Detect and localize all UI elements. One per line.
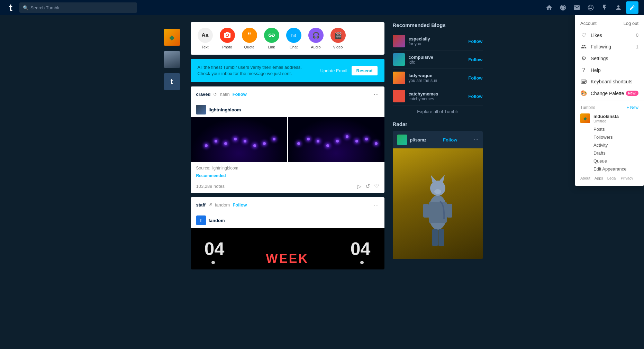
tumblr-blog-item[interactable]: ◆ mduokinsta Untitled bbox=[575, 111, 644, 125]
new-tumblr-link[interactable]: + New bbox=[627, 105, 638, 110]
palette-icon: 🎨 bbox=[580, 90, 587, 97]
post-notes-1: 103,289 notes bbox=[196, 184, 225, 189]
post-author-1[interactable]: craved bbox=[196, 92, 211, 97]
tumblr-sub-items: Posts Followers Activity Drafts Queue Ed… bbox=[575, 125, 644, 173]
avatar-photo[interactable] bbox=[164, 51, 180, 68]
home-icon[interactable] bbox=[543, 1, 555, 14]
search-bar[interactable]: 🔍 bbox=[19, 2, 137, 13]
update-email-link[interactable]: Update Email bbox=[320, 68, 347, 73]
dropdown-following-left: Following bbox=[580, 44, 611, 49]
sub-item-activity[interactable]: Activity bbox=[593, 141, 644, 149]
sub-item-queue[interactable]: Queue bbox=[593, 157, 644, 165]
logout-link[interactable]: Log out bbox=[624, 21, 638, 26]
dropdown-keyboard-shortcuts[interactable]: Keyboard shortcuts bbox=[575, 76, 644, 87]
blog-info-lady-vogue: lady-vogue you are the sun bbox=[409, 73, 465, 83]
avatar-gradient[interactable] bbox=[164, 29, 180, 46]
post-type-photo-label: Photo bbox=[222, 45, 232, 49]
post-type-link[interactable]: Link bbox=[264, 28, 279, 49]
dropdown-following[interactable]: Following 1 bbox=[575, 41, 644, 52]
svg-rect-16 bbox=[583, 81, 584, 82]
post-author-2[interactable]: staff bbox=[196, 202, 206, 208]
post-follow-button-2[interactable]: Follow bbox=[233, 202, 247, 208]
avatar-t-blog[interactable]: t bbox=[164, 73, 180, 90]
account-link[interactable]: Account bbox=[580, 21, 597, 26]
video-num-right: 04 bbox=[351, 238, 371, 259]
post-reblog-from-2[interactable]: fandom bbox=[215, 202, 230, 208]
main-layout: t Aa Text Photo " Quote bbox=[0, 15, 644, 349]
dropdown-likes[interactable]: ♡ Likes 0 bbox=[575, 29, 644, 41]
compose-button[interactable] bbox=[626, 1, 638, 14]
footer-about[interactable]: About bbox=[580, 176, 590, 180]
footer-legal[interactable]: Legal bbox=[607, 176, 617, 180]
reblogger-name-2[interactable]: fandom bbox=[209, 218, 225, 223]
post-type-text[interactable]: Aa Text bbox=[198, 28, 213, 49]
tumblr-logo[interactable] bbox=[6, 2, 17, 13]
face-icon[interactable] bbox=[584, 1, 597, 14]
post-share-button[interactable]: ▷ bbox=[357, 183, 361, 190]
post-type-text-label: Text bbox=[201, 45, 208, 49]
blog-info-especially: especially for you bbox=[409, 36, 465, 46]
radar-follow-button[interactable]: Follow bbox=[443, 137, 457, 143]
sub-item-posts[interactable]: Posts bbox=[593, 125, 644, 133]
dropdown-header: Account Log out bbox=[575, 18, 644, 29]
reblogger-name-1[interactable]: lightningbloom bbox=[209, 107, 241, 112]
mail-icon[interactable] bbox=[571, 1, 583, 14]
footer-privacy[interactable]: Privacy bbox=[621, 176, 633, 180]
sub-item-followers[interactable]: Followers bbox=[593, 133, 644, 141]
post-reblog-from-1[interactable]: hatin bbox=[220, 92, 229, 97]
post-type-video[interactable]: 🎬 Video bbox=[330, 28, 346, 49]
post-type-chat-label: Chat bbox=[290, 45, 298, 49]
explore-all-link[interactable]: Explore all of Tumblr bbox=[393, 109, 483, 114]
post-type-quote[interactable]: " Quote bbox=[242, 28, 257, 49]
post-menu-1[interactable]: ··· bbox=[373, 91, 379, 98]
post-type-video-label: Video bbox=[333, 45, 343, 49]
email-verify-text: All the finest Tumblr users verify their… bbox=[198, 64, 315, 77]
post-video-preview[interactable]: 04 04 WEEK bbox=[191, 228, 384, 269]
footer-apps[interactable]: Apps bbox=[595, 176, 603, 180]
tumblr-blog-name: mduokinsta bbox=[593, 114, 638, 119]
svg-rect-8 bbox=[423, 204, 429, 218]
post-type-photo[interactable]: Photo bbox=[220, 28, 235, 49]
post-type-audio[interactable]: 🎧 Audio bbox=[308, 28, 324, 49]
svg-rect-18 bbox=[585, 81, 586, 82]
dropdown-help[interactable]: ? Help bbox=[575, 64, 644, 76]
search-input[interactable] bbox=[30, 5, 134, 10]
radar-menu[interactable]: ··· bbox=[474, 137, 478, 143]
sub-item-edit-appearance[interactable]: Edit Appearance bbox=[593, 165, 644, 173]
sub-item-drafts[interactable]: Drafts bbox=[593, 149, 644, 157]
follow-button-especially[interactable]: Follow bbox=[468, 39, 482, 44]
dropdown-change-palette[interactable]: 🎨 Change Palette New! bbox=[575, 87, 644, 99]
follow-button-lady-vogue[interactable]: Follow bbox=[468, 75, 482, 81]
recommended-blog-item-3: catchymemes catchymemes Follow bbox=[393, 87, 483, 105]
post-follow-button-1[interactable]: Follow bbox=[233, 92, 247, 97]
lights-image-right bbox=[288, 117, 384, 162]
post-type-chat[interactable]: hi! Chat bbox=[286, 28, 301, 49]
post-reblog-button[interactable]: ↺ bbox=[365, 183, 370, 190]
recommended-blog-item-2: lady-vogue you are the sun Follow bbox=[393, 69, 483, 87]
post-image-container-1 bbox=[191, 117, 384, 162]
follow-button-compulsive[interactable]: Follow bbox=[468, 57, 482, 62]
radar-blog-name[interactable]: p0ssmz bbox=[410, 137, 427, 143]
post-like-button[interactable]: ♡ bbox=[374, 183, 379, 190]
keyboard-icon bbox=[580, 79, 587, 84]
recommended-blog-item-0: especially for you Follow bbox=[393, 32, 483, 50]
blog-name-lady-vogue: lady-vogue bbox=[409, 73, 465, 78]
tumblr-blog-subtitle: Untitled bbox=[593, 119, 638, 123]
svg-rect-12 bbox=[583, 81, 583, 81]
person-icon[interactable] bbox=[612, 1, 625, 14]
post-recommended-1[interactable]: Recommended bbox=[191, 172, 384, 180]
svg-point-4 bbox=[434, 189, 441, 194]
email-verify-banner: All the finest Tumblr users verify their… bbox=[191, 59, 384, 82]
dropdown-keyboard-left: Keyboard shortcuts bbox=[580, 79, 633, 84]
heart-icon: ♡ bbox=[580, 32, 587, 38]
compass-icon[interactable] bbox=[557, 1, 569, 14]
video-dots bbox=[191, 261, 384, 264]
resend-button[interactable]: Resend bbox=[352, 66, 378, 75]
follow-button-catchymemes[interactable]: Follow bbox=[468, 94, 482, 99]
lightning-icon[interactable] bbox=[598, 1, 611, 14]
blog-avatar-compulsive bbox=[393, 53, 405, 66]
post-header-left-2: staff ↺ fandom Follow bbox=[196, 202, 247, 208]
dropdown-settings[interactable]: ⚙ Settings bbox=[575, 52, 644, 64]
blog-info-catchymemes: catchymemes catchymemes bbox=[409, 91, 465, 101]
post-menu-2[interactable]: ··· bbox=[373, 201, 379, 209]
